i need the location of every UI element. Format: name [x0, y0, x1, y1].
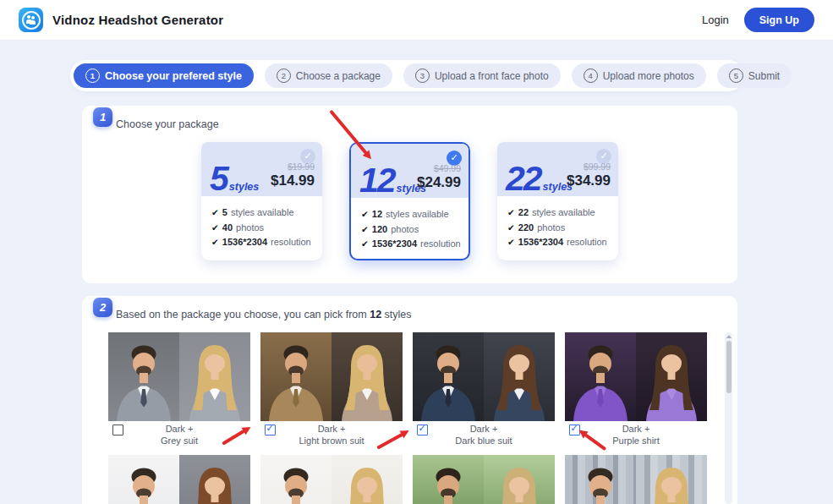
package-prices: $49.99 $24.99 [417, 163, 461, 191]
female-headshot-image [636, 455, 707, 504]
style-meta: Dark +Dark blue suit [413, 421, 555, 446]
style-label: Dark +Light brown suit [260, 421, 403, 446]
current-price: $24.99 [417, 174, 461, 191]
style-photo-pair[interactable] [413, 455, 555, 504]
stepper: 1 Choose your prefered style 2 Choose a … [70, 60, 744, 91]
style-photo-pair[interactable] [565, 332, 707, 421]
scroll-up-arrow-icon[interactable] [726, 335, 732, 338]
step-number: 5 [729, 68, 743, 83]
step-number: 4 [584, 68, 598, 83]
male-headshot-image [565, 455, 636, 504]
female-headshot-image [332, 455, 403, 504]
scrollbar-thumb[interactable] [726, 341, 732, 393]
check-icon [211, 207, 219, 217]
vidnoz-logo-icon[interactable] [19, 8, 43, 32]
feature-row: 1536*2304resolution [211, 237, 322, 247]
step-label: Submit [748, 70, 780, 82]
app-title: Vidnoz Headshot Generator [52, 13, 223, 27]
grid-scrollbar[interactable] [725, 332, 732, 504]
style-tile-row2-4 [565, 455, 707, 504]
package-count: 5styles [210, 164, 259, 194]
check-icon [211, 237, 219, 247]
styles-section: 2 Based on the package you choose, you c… [82, 296, 737, 504]
package-section: 1 Choose your package 5styles $19.99 $14… [82, 106, 737, 283]
feature-row: 12styles available [361, 209, 469, 219]
style-label: Dark +Dark blue suit [413, 421, 555, 446]
navbar: Vidnoz Headshot Generator Login Sign Up [0, 0, 833, 41]
step-label: Upload a front face photo [435, 70, 549, 82]
female-headshot-image [636, 332, 707, 421]
male-headshot-image [565, 332, 636, 421]
style-tile-light-brown-suit: Dark +Light brown suit [260, 332, 403, 446]
old-price: $49.99 [417, 163, 461, 173]
step-upload-more-photos[interactable]: 4 Upload more photos [572, 63, 706, 88]
style-tile-row2-2 [260, 455, 403, 504]
male-headshot-image [108, 455, 179, 504]
style-tile-row2-3 [413, 455, 555, 504]
style-tile-row2-1 [108, 455, 250, 504]
style-meta: Dark +Light brown suit [260, 421, 403, 446]
style-photo-pair[interactable] [413, 332, 555, 421]
step-number: 1 [85, 68, 100, 83]
style-photo-pair[interactable] [108, 332, 250, 421]
current-price: $14.99 [271, 173, 315, 189]
female-headshot-image [179, 332, 250, 421]
navbar-actions: Login Sign Up [702, 8, 814, 32]
step-number: 3 [415, 68, 430, 83]
step-label: Choose your prefered style [105, 70, 242, 82]
female-headshot-image [179, 455, 250, 504]
old-price: $19.99 [271, 162, 315, 172]
female-headshot-image [484, 332, 555, 421]
style-checkbox-checked[interactable] [417, 425, 428, 436]
step-submit[interactable]: 5 Submit [717, 63, 792, 88]
package-features: 12styles available 120photos 1536*2304re… [351, 198, 469, 249]
signup-button[interactable]: Sign Up [744, 8, 814, 32]
login-link[interactable]: Login [702, 14, 729, 26]
check-icon [211, 222, 219, 233]
feature-row: 1536*2304resolution [361, 238, 469, 249]
section-2-badge: 2 [93, 298, 112, 317]
female-headshot-image [332, 332, 403, 421]
step-label: Upload more photos [603, 70, 694, 82]
step-label: Choose a package [296, 70, 381, 82]
package-features: 5styles available 40photos 1536*2304reso… [201, 196, 322, 247]
style-tile-grey-suit: Dark +Grey suit [108, 332, 250, 446]
style-photo-pair[interactable] [260, 332, 403, 421]
female-headshot-image [484, 455, 555, 504]
package-header: 5styles $19.99 $14.99 [201, 142, 322, 196]
style-label: Dark +Grey suit [108, 421, 250, 446]
package-card-22-styles[interactable]: 22styles $99.99 $34.99 22styles availabl… [497, 142, 618, 260]
male-headshot-image [413, 332, 484, 421]
step-upload-front-face[interactable]: 3 Upload a front face photo [403, 63, 561, 88]
check-icon [361, 224, 369, 234]
feature-row: 5styles available [211, 207, 322, 217]
style-checkbox-checked[interactable] [265, 425, 276, 436]
style-photo-pair[interactable] [565, 455, 707, 504]
step-choose-package[interactable]: 2 Choose a package [265, 63, 392, 88]
check-icon [507, 207, 515, 217]
male-headshot-image [260, 332, 332, 421]
style-photo-pair[interactable] [260, 455, 403, 504]
feature-row: 220photos [507, 222, 618, 233]
package-prices: $99.99 $34.99 [567, 162, 611, 189]
step-choose-style[interactable]: 1 Choose your prefered style [74, 63, 254, 88]
male-headshot-image [260, 455, 332, 504]
current-price: $34.99 [567, 173, 611, 189]
step-number: 2 [277, 68, 291, 83]
style-checkbox-unchecked[interactable] [112, 425, 123, 436]
section-2-title: Based on the package you choose, you can… [116, 309, 412, 320]
male-headshot-image [108, 332, 179, 421]
style-tile-purple-shirt: Dark +Purple shirt [565, 332, 707, 446]
package-prices: $19.99 $14.99 [271, 162, 315, 189]
feature-row: 1536*2304resolution [507, 237, 618, 247]
package-card-5-styles[interactable]: 5styles $19.99 $14.99 5styles available … [201, 142, 322, 260]
male-headshot-image [413, 455, 484, 504]
feature-row: 22styles available [507, 207, 618, 217]
package-count: 22styles [506, 164, 573, 194]
style-tile-dark-blue-suit: Dark +Dark blue suit [413, 332, 555, 446]
package-features: 22styles available 220photos 1536*2304re… [497, 196, 618, 247]
package-header: 22styles $99.99 $34.99 [497, 142, 618, 196]
style-photo-pair[interactable] [108, 455, 250, 504]
page: Vidnoz Headshot Generator Login Sign Up … [0, 0, 833, 504]
section-1-title: Choose your package [116, 118, 219, 130]
